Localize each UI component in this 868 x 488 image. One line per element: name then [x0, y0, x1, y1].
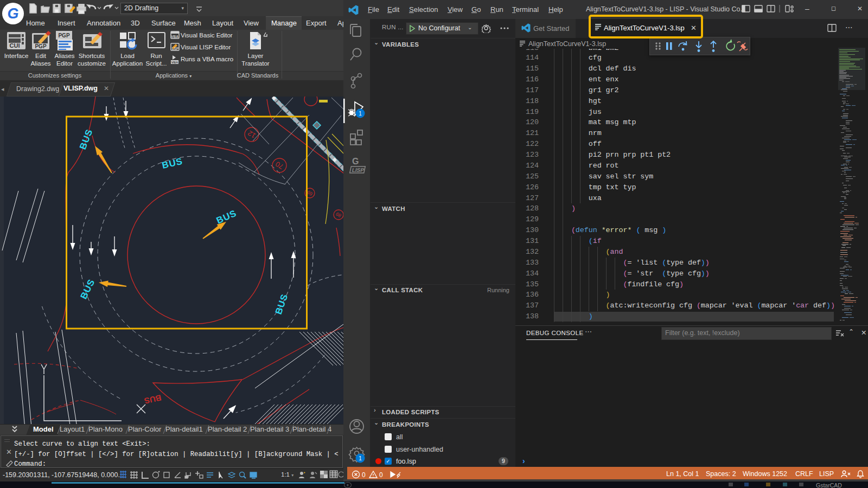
- svg-text:G: G: [352, 157, 359, 166]
- svg-text:LISP: LISP: [352, 167, 365, 173]
- svg-text:VBA: VBA: [171, 35, 178, 38]
- svg-text:PGP: PGP: [35, 43, 46, 49]
- svg-text:LSP: LSP: [172, 47, 179, 50]
- svg-text:0: 0: [379, 471, 383, 479]
- svg-text:1: 1: [359, 111, 362, 117]
- svg-text:0: 0: [362, 471, 366, 479]
- svg-text:1: 1: [359, 455, 362, 461]
- svg-text:CUI: CUI: [10, 42, 20, 49]
- svg-text:PGP: PGP: [58, 33, 69, 38]
